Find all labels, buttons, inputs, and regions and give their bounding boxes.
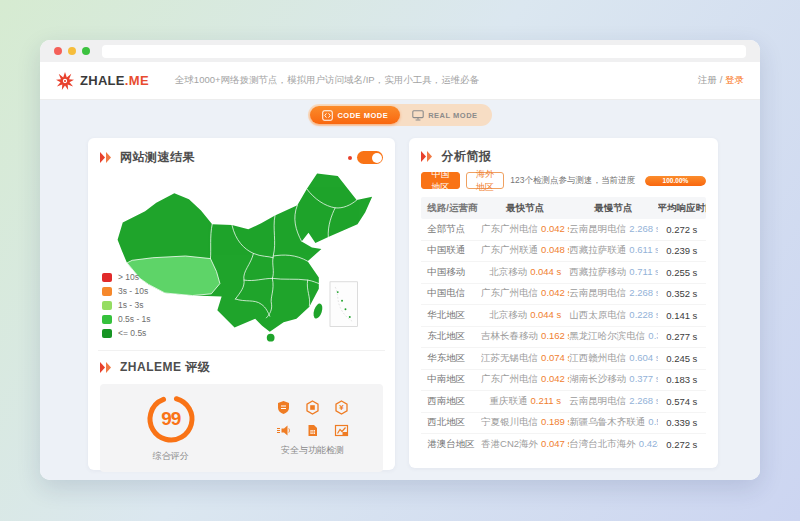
- auth-links: 注册 / 登录: [698, 74, 744, 87]
- cell-slowest: 西藏拉萨联通0.611 s: [569, 244, 657, 257]
- cell-line: 西北地区: [421, 416, 481, 429]
- map-taiwan-region[interactable]: [312, 302, 324, 319]
- code-mode-button[interactable]: CODE MODE: [310, 106, 400, 124]
- legend-label: 0.5s - 1s: [118, 314, 151, 324]
- table-body: 全部节点 广东广州电信0.042 s 云南昆明电信2.268 s 0.272 s…: [421, 219, 706, 456]
- mode-toggle-wrap: CODE MODE REAL MODE: [40, 100, 760, 126]
- table-row: 中南地区 广东广州电信0.042 s 湖南长沙移动0.377 s 0.183 s: [421, 370, 706, 392]
- legend-item: 1s - 3s: [102, 300, 151, 310]
- browser-window: ZHALE.ME 全球1000+网络拨测节点，模拟用户访问域名/IP，实用小工具…: [40, 40, 760, 480]
- legend-swatch: [102, 329, 112, 338]
- header-slowest: 最慢节点: [569, 202, 657, 215]
- cell-fastest: 吉林长春移动0.162 s: [481, 330, 569, 343]
- alert-dot: [348, 156, 352, 160]
- report-panel: 分析简报 中国地区 海外地区 123个检测点参与测速，当前进度 100.00%: [409, 138, 718, 468]
- double-arrow-icon: [100, 152, 113, 163]
- legend-item: 0.5s - 1s: [102, 314, 151, 324]
- cell-slowest: 云南昆明电信2.268 s: [569, 395, 657, 408]
- cell-fastest: 广东广州电信0.042 s: [481, 287, 569, 300]
- real-mode-button[interactable]: REAL MODE: [400, 106, 489, 124]
- score-ring: 99: [145, 393, 197, 445]
- table-row: 全部节点 广东广州电信0.042 s 云南昆明电信2.268 s 0.272 s: [421, 219, 706, 241]
- cell-slowest: 江西赣州电信0.604 s: [569, 352, 657, 365]
- cell-slowest: 山西太原电信0.228 s: [569, 309, 657, 322]
- cell-fastest: 广东广州电信0.042 s: [481, 223, 569, 236]
- cell-fastest: 北京移动0.044 s: [481, 266, 569, 279]
- chart-icon: [333, 423, 349, 439]
- region-tab[interactable]: 中国地区: [421, 172, 459, 189]
- cell-slowest: 台湾台北市海外0.424 s: [569, 438, 657, 451]
- table-row: 中国电信 广东广州电信0.042 s 云南昆明电信2.268 s 0.352 s: [421, 284, 706, 306]
- cell-average: 0.352 s: [658, 288, 706, 299]
- header-fastest: 最快节点: [481, 202, 569, 215]
- logo-text: ZHALE.ME: [80, 73, 149, 88]
- cell-average: 0.245 s: [658, 353, 706, 364]
- table-row: 东北地区 吉林长春移动0.162 s 黑龙江哈尔滨电信0.344 s 0.277…: [421, 327, 706, 349]
- score-value: 99: [145, 393, 197, 445]
- speedtest-panel-title: 网站测速结果: [120, 149, 195, 166]
- legend-swatch: [102, 315, 112, 324]
- header-line: 线路/运营商: [421, 202, 481, 215]
- map-legend: > 10s 3s - 10s 1s - 3s: [102, 272, 151, 338]
- cell-fastest: 北京移动0.044 s: [481, 309, 569, 322]
- map-area: > 10s 3s - 10s 1s - 3s: [100, 170, 383, 342]
- cell-line: 华北地区: [421, 309, 481, 322]
- cell-line: 华东地区: [421, 352, 481, 365]
- shield-icon: [275, 400, 291, 416]
- site-logo[interactable]: ZHALE.ME: [56, 72, 149, 90]
- table-row: 西南地区 重庆联通0.211 s 云南昆明电信2.268 s 0.574 s: [421, 391, 706, 413]
- cell-average: 0.277 s: [658, 331, 706, 342]
- table-row: 西北地区 宁夏银川电信0.189 s 新疆乌鲁木齐联通0.547 s 0.339…: [421, 413, 706, 435]
- features-label: 安全与功能检测: [281, 444, 344, 457]
- map-hainan-region[interactable]: [267, 334, 275, 342]
- cell-line: 全部节点: [421, 223, 481, 236]
- progress-bar: 100.00%: [645, 176, 706, 186]
- starburst-logo-icon: [56, 72, 74, 90]
- svg-text:¥: ¥: [339, 403, 344, 412]
- cell-average: 0.141 s: [658, 310, 706, 321]
- table-header-row: 线路/运营商 最快节点 最慢节点 平均响应时间: [421, 197, 706, 219]
- cell-line: 中国联通: [421, 244, 481, 257]
- package-icon: [304, 400, 320, 416]
- browser-chrome-bar: [40, 40, 760, 62]
- cell-fastest: 广东广州电信0.042 s: [481, 373, 569, 386]
- cell-line: 东北地区: [421, 330, 481, 343]
- cell-slowest: 云南昆明电信2.268 s: [569, 223, 657, 236]
- cell-average: 0.239 s: [658, 245, 706, 256]
- cell-slowest: 新疆乌鲁木齐联通0.547 s: [569, 416, 657, 429]
- report-panel-title: 分析简报: [441, 148, 491, 165]
- table-row: 中国移动 北京移动0.044 s 西藏拉萨移动0.711 s 0.255 s: [421, 262, 706, 284]
- minimize-window-button[interactable]: [68, 47, 76, 55]
- cell-average: 0.574 s: [658, 396, 706, 407]
- legend-item: 3s - 10s: [102, 286, 151, 296]
- features-column: ¥ 安全与功能检测: [242, 384, 384, 472]
- speaker-icon: [275, 423, 291, 439]
- cell-slowest: 西藏拉萨移动0.711 s: [569, 266, 657, 279]
- maximize-window-button[interactable]: [82, 47, 90, 55]
- report-controls: 中国地区 海外地区 123个检测点参与测速，当前进度 100.00%: [421, 172, 706, 189]
- legend-label: <= 0.5s: [118, 328, 146, 338]
- rating-panel-title: ZHALEME 评级: [120, 359, 210, 376]
- monitor-icon: [412, 110, 424, 121]
- mode-toggle: CODE MODE REAL MODE: [308, 104, 491, 126]
- code-icon: [322, 110, 333, 121]
- legend-swatch: [102, 301, 112, 310]
- close-window-button[interactable]: [54, 47, 62, 55]
- cell-slowest: 云南昆明电信2.268 s: [569, 287, 657, 300]
- cell-fastest: 香港CN2海外0.047 s: [481, 438, 569, 451]
- register-link[interactable]: 注册: [698, 74, 717, 85]
- cell-fastest: 宁夏银川电信0.189 s: [481, 416, 569, 429]
- region-tabs: 中国地区 海外地区: [421, 172, 504, 189]
- legend-label: 3s - 10s: [118, 286, 148, 296]
- legend-item: > 10s: [102, 272, 151, 282]
- score-column: 99 综合评分: [100, 384, 242, 472]
- legend-swatch: [102, 287, 112, 296]
- result-view-toggle[interactable]: [357, 151, 383, 164]
- region-tab[interactable]: 海外地区: [466, 172, 504, 189]
- legend-label: 1s - 3s: [118, 300, 144, 310]
- cell-slowest: 黑龙江哈尔滨电信0.344 s: [569, 330, 657, 343]
- address-bar[interactable]: [102, 45, 746, 58]
- login-link[interactable]: 登录: [725, 74, 744, 85]
- legend-label: > 10s: [118, 272, 139, 282]
- results-table: 线路/运营商 最快节点 最慢节点 平均响应时间 全部节点 广东广州电信0.042…: [421, 197, 706, 458]
